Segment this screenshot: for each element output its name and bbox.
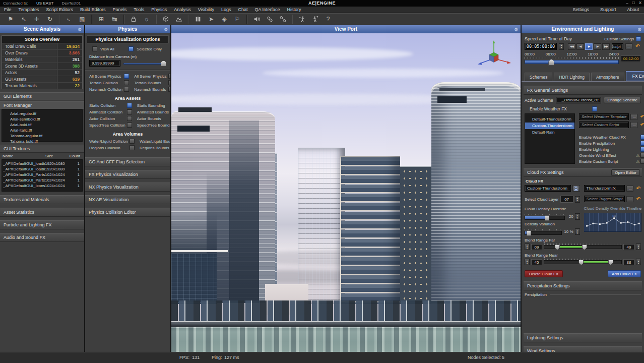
- density-override-spinner[interactable]: ▴▾: [575, 213, 580, 220]
- checkbox[interactable]: [127, 116, 132, 121]
- menu-about[interactable]: About: [616, 7, 639, 12]
- time-spinner[interactable]: ▴▾: [559, 43, 564, 50]
- checkbox[interactable]: [640, 159, 644, 164]
- browse-trigger-button[interactable]: ...: [626, 196, 633, 202]
- custom-settings-checkbox[interactable]: [636, 36, 641, 41]
- menu-logs[interactable]: Logs: [221, 7, 238, 12]
- checkbox[interactable]: [127, 103, 132, 108]
- cloud-layer-value[interactable]: 07: [560, 196, 573, 203]
- checkbox[interactable]: [124, 80, 129, 85]
- checkbox[interactable]: [127, 109, 132, 114]
- section-particle-and-lighting-fx[interactable]: Particle and Lighting FX: [0, 220, 84, 229]
- physics-header[interactable]: Physics ⚙: [85, 25, 170, 33]
- gear-icon[interactable]: ⚙: [78, 26, 82, 33]
- undo-custom-script-button[interactable]: ↶: [639, 122, 644, 128]
- menu-history[interactable]: History: [287, 7, 308, 12]
- menu-physics[interactable]: Physics: [151, 7, 174, 12]
- menu-analysis[interactable]: Analysis: [174, 7, 198, 12]
- maximize-button[interactable]: □: [632, 1, 635, 5]
- texture-row[interactable]: _APXDefaultGUI_loading011920x10801: [2, 161, 82, 166]
- lightning-settings-header[interactable]: Lightning Settings: [524, 333, 642, 342]
- change-scheme-button[interactable]: Change Scheme: [604, 97, 641, 103]
- col-name[interactable]: Name: [3, 154, 45, 158]
- weather-item-custom-thunderstorm[interactable]: Custom-Thunderstorm: [525, 123, 574, 129]
- gui-elements-header[interactable]: GUI Elements: [0, 92, 84, 100]
- timeline-slider-handle[interactable]: [548, 59, 554, 66]
- nav-query-tool-icon[interactable]: ?: [323, 15, 334, 24]
- range-handle[interactable]: [578, 260, 584, 265]
- col-count[interactable]: Count: [69, 154, 82, 158]
- trigger-script-field[interactable]: Select Trigger Script: [584, 196, 625, 202]
- undo-trigger-button[interactable]: ↶: [635, 196, 641, 202]
- lock-tool-icon[interactable]: [128, 15, 139, 24]
- section-cg-and-cff-flag-selection[interactable]: CG And CFF Flag Selection: [85, 157, 170, 166]
- environment-header[interactable]: Environment and Lighting ⚙: [522, 25, 644, 33]
- walk-in-tool-icon[interactable]: [296, 15, 307, 24]
- axis-gizmo[interactable]: [474, 38, 512, 70]
- unlink-tool-icon[interactable]: [277, 15, 288, 24]
- font-manager-header[interactable]: Font Manager: [0, 101, 84, 109]
- custom-script-field[interactable]: Select Custom Script: [579, 122, 629, 128]
- blend-far-max-spinner[interactable]: ▴▾: [636, 244, 641, 250]
- weather-template-field[interactable]: Select Weather Template: [579, 113, 629, 120]
- cube-tool-icon[interactable]: [160, 15, 171, 24]
- blend-far-min-spinner[interactable]: ▴▾: [525, 244, 530, 250]
- gear-icon[interactable]: ⚙: [164, 26, 168, 33]
- menu-build-editors[interactable]: Build Editors: [80, 7, 113, 12]
- minimize-button[interactable]: –: [626, 1, 628, 5]
- checkbox[interactable]: [127, 123, 132, 128]
- distance-value-field[interactable]: 9,999.99999: [89, 60, 120, 67]
- select-cursor-tool-icon[interactable]: ↖: [18, 15, 29, 24]
- checkbox[interactable]: [640, 147, 644, 152]
- distance-slider-handle[interactable]: [161, 60, 166, 67]
- blend-far-slider[interactable]: [544, 245, 622, 249]
- tab-schemes[interactable]: Schemes: [525, 73, 552, 81]
- range-handle[interactable]: [582, 245, 587, 250]
- section-nx-physics-visualization[interactable]: NX Physics Visualization: [85, 183, 170, 192]
- weather-item-default-thunderstorm[interactable]: Default-Thunderstorm: [525, 116, 574, 123]
- step-back-button[interactable]: ◀: [576, 43, 584, 50]
- checkbox[interactable]: [168, 74, 171, 79]
- marquee-select-tool-icon[interactable]: ▧: [77, 15, 88, 24]
- align-tool-icon[interactable]: ↹: [109, 15, 120, 24]
- texture-row[interactable]: _APXDefaultGUI_Icons011024x10241: [2, 183, 82, 189]
- section-asset-statistics[interactable]: Asset Statistics: [0, 208, 84, 217]
- font-list-item[interactable]: Tahoma-regular.tff: [2, 133, 82, 139]
- enable-weather-checkbox[interactable]: [592, 106, 597, 111]
- col-size[interactable]: Size: [45, 154, 69, 158]
- fast-forward-button[interactable]: ▶▶: [602, 43, 610, 50]
- terrain-tool-icon[interactable]: [173, 15, 184, 24]
- tab-hdr-lighting[interactable]: HDR Lighting: [554, 73, 590, 81]
- texture-row[interactable]: _APXDefaultGUI_loading021920x10801: [2, 166, 82, 172]
- blend-near-min-value[interactable]: 45: [531, 259, 542, 265]
- close-button[interactable]: X: [639, 1, 641, 5]
- density-override-timeline-graph[interactable]: 100: [584, 213, 642, 232]
- browse-script-button[interactable]: ...: [625, 43, 632, 49]
- checkbox[interactable]: [124, 74, 129, 79]
- flag-page-tool-icon[interactable]: ⚐: [232, 15, 243, 24]
- menu-qa-interface[interactable]: QA Interface: [255, 7, 287, 12]
- range-handle[interactable]: [608, 260, 613, 265]
- walk-out-tool-icon[interactable]: [309, 15, 320, 24]
- blend-near-slider[interactable]: [544, 260, 622, 264]
- menu-visibility[interactable]: Visibility: [198, 7, 221, 12]
- font-list-item[interactable]: Arial-semibold.tff: [2, 116, 82, 122]
- checkbox[interactable]: [640, 141, 644, 146]
- font-list-item[interactable]: Arial-italic.tff: [2, 128, 82, 133]
- density-override-slider[interactable]: [525, 216, 565, 220]
- timeline-slider[interactable]: [525, 60, 619, 64]
- section-physics-collision-editor[interactable]: Physics Collision Editor: [85, 208, 170, 217]
- browse-template-button[interactable]: ...: [630, 114, 637, 120]
- tab-fx-events[interactable]: FX Events: [626, 71, 644, 81]
- viewport-header[interactable]: View Port ⚙: [171, 25, 521, 33]
- font-list-item[interactable]: Arial-bold.tff: [2, 122, 82, 128]
- select-script-field[interactable]: Select Script: [612, 43, 623, 50]
- checkbox[interactable]: [130, 139, 135, 144]
- play-button[interactable]: ▶: [585, 43, 593, 50]
- browse-fx-file-button[interactable]: ...: [626, 186, 633, 192]
- tab-atmosphere[interactable]: Atmosphere: [591, 73, 624, 81]
- undo-template-button[interactable]: ↶: [639, 114, 644, 120]
- checkbox[interactable]: [168, 80, 171, 85]
- checkbox[interactable]: [640, 135, 644, 140]
- checkbox[interactable]: [130, 145, 135, 150]
